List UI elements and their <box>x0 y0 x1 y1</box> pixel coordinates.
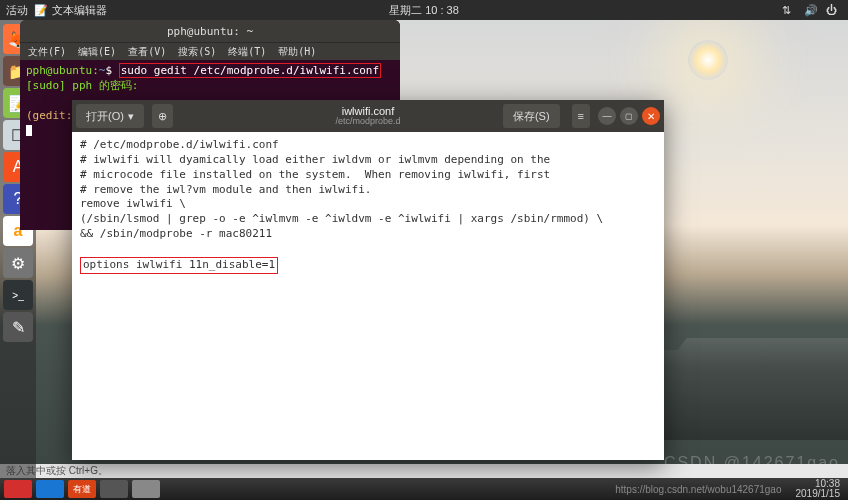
hamburger-icon: ≡ <box>578 110 584 122</box>
terminal-menu-file[interactable]: 文件(F) <box>28 45 66 59</box>
terminal-menu-terminal[interactable]: 终端(T) <box>228 45 266 59</box>
chevron-down-icon: ▾ <box>128 110 134 123</box>
open-button[interactable]: 打开(O) ▾ <box>76 104 144 128</box>
gedit-title: iwlwifi.conf /etc/modprobe.d <box>335 105 400 127</box>
prompt-sep: : <box>92 64 99 77</box>
terminal-command: sudo gedit /etc/modprobe.d/iwlwifi.conf <box>119 63 381 78</box>
activities-button[interactable]: 活动 <box>6 3 28 18</box>
task-item[interactable] <box>132 480 160 498</box>
network-icon[interactable]: ⇅ <box>782 4 794 16</box>
open-button-label: 打开(O) <box>86 109 124 124</box>
close-button[interactable]: ✕ <box>642 107 660 125</box>
file-line: && /sbin/modprobe -r mac80211 <box>80 227 272 240</box>
gedit-title-sub: /etc/modprobe.d <box>335 117 400 127</box>
prompt-user: pph@ubuntu <box>26 64 92 77</box>
file-line: # /etc/modprobe.d/iwlwifi.conf <box>80 138 279 151</box>
app-indicator-label[interactable]: 文本编辑器 <box>52 3 107 18</box>
terminal-cursor <box>26 125 32 136</box>
terminal-menubar: 文件(F) 编辑(E) 查看(V) 搜索(S) 终端(T) 帮助(H) <box>20 42 400 60</box>
app-indicator-icon: 📝 <box>34 4 46 16</box>
task-item[interactable]: 有道 <box>68 480 96 498</box>
taskbar-url-hint: https://blog.csdn.net/wobu142671gao <box>615 484 787 495</box>
new-tab-button[interactable]: ⊕ <box>152 104 173 128</box>
task-item[interactable] <box>100 480 128 498</box>
minimize-icon: — <box>603 111 612 121</box>
task-item[interactable] <box>4 480 32 498</box>
task-item[interactable] <box>36 480 64 498</box>
gnome-topbar: 活动 📝 文本编辑器 星期二 10 : 38 ⇅ 🔊 ⏻ <box>0 0 848 20</box>
host-taskbar: 有道 https://blog.csdn.net/wobu142671gao 1… <box>0 478 848 500</box>
taskbar-date: 2019/1/15 <box>796 489 841 499</box>
terminal-titlebar[interactable]: pph@ubuntu: ~ <box>20 20 400 42</box>
terminal-menu-search[interactable]: 搜索(S) <box>178 45 216 59</box>
terminal-menu-edit[interactable]: 编辑(E) <box>78 45 116 59</box>
file-line: (/sbin/lsmod | grep -o -e ^iwlmvm -e ^iw… <box>80 212 603 225</box>
file-line: # remove the iwl?vm module and then iwlw… <box>80 183 371 196</box>
maximize-button[interactable]: ▢ <box>620 107 638 125</box>
save-button[interactable]: 保存(S) <box>503 104 560 128</box>
power-icon[interactable]: ⏻ <box>826 4 838 16</box>
sudo-prompt: [sudo] pph 的密码: <box>26 79 138 92</box>
close-icon: ✕ <box>647 111 655 122</box>
terminal-menu-view[interactable]: 查看(V) <box>128 45 166 59</box>
terminal-menu-help[interactable]: 帮助(H) <box>278 45 316 59</box>
prompt-char: $ <box>105 64 112 77</box>
sound-icon[interactable]: 🔊 <box>804 4 816 16</box>
file-line: # iwlwifi will dyamically load either iw… <box>80 153 550 166</box>
file-line: remove iwlwifi \ <box>80 197 186 210</box>
file-line: # microcode file installed on the system… <box>80 168 550 181</box>
gedit-text-area[interactable]: # /etc/modprobe.d/iwlwifi.conf # iwlwifi… <box>72 132 664 460</box>
taskbar-clock[interactable]: 10:38 2019/1/15 <box>792 479 845 499</box>
dock-gedit[interactable]: ✎ <box>3 312 33 342</box>
minimize-button[interactable]: — <box>598 107 616 125</box>
hamburger-button[interactable]: ≡ <box>572 104 590 128</box>
options-line: options iwlwifi 11n_disable=1 <box>80 257 278 274</box>
host-statusbar: 落入其中或按 Ctrl+G。 <box>0 464 848 478</box>
dock-terminal[interactable]: >_ <box>3 280 33 310</box>
maximize-icon: ▢ <box>625 112 633 121</box>
topbar-datetime[interactable]: 星期二 10 : 38 <box>389 3 459 18</box>
gedit-headerbar[interactable]: 打开(O) ▾ ⊕ iwlwifi.conf /etc/modprobe.d 保… <box>72 100 664 132</box>
new-tab-icon: ⊕ <box>158 110 167 123</box>
dock-settings[interactable]: ⚙ <box>3 248 33 278</box>
gedit-window[interactable]: 打开(O) ▾ ⊕ iwlwifi.conf /etc/modprobe.d 保… <box>72 100 664 460</box>
